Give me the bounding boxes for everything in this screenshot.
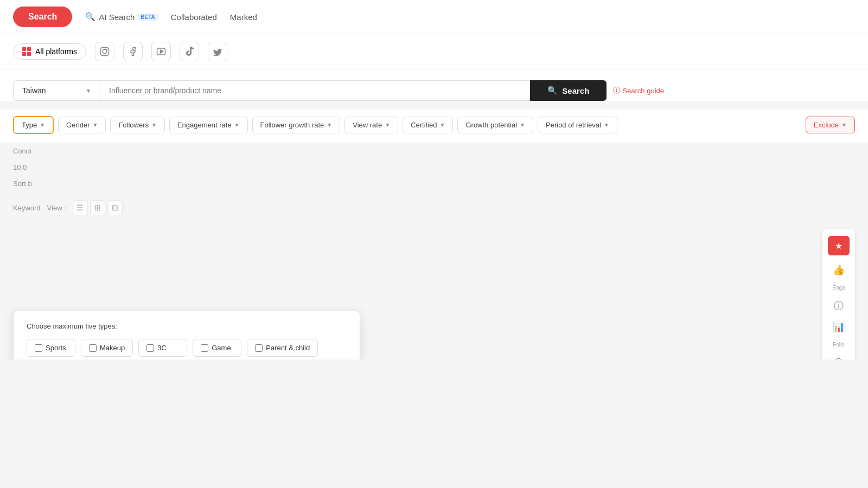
type-checkbox-3c[interactable] [146, 344, 154, 352]
chevron-down-icon: ▼ [604, 122, 609, 128]
chevron-down-icon: ▼ [86, 88, 91, 94]
facebook-icon[interactable] [123, 42, 143, 61]
youtube-icon[interactable] [151, 42, 171, 61]
svg-rect-0 [101, 48, 109, 56]
period-of-retrieval-filter-button[interactable]: Period of retrieval ▼ [538, 117, 617, 133]
beta-badge: BETA [138, 14, 157, 21]
chevron-down-icon: ▼ [327, 122, 332, 128]
svg-point-1 [103, 49, 107, 54]
right-action-card: ★ 👍 Enga ⓘ 📊 Follo 👁 View [822, 229, 855, 359]
search-guide-label: Search guide [622, 87, 664, 95]
view-rate-filter-label: View rate [353, 121, 382, 129]
growth-potential-filter-label: Growth potential [465, 121, 517, 129]
search-button[interactable]: 🔍 Search [530, 80, 607, 101]
view-controls: ☰ ⊞ ⊟ [73, 200, 123, 215]
chevron-down-icon: ▼ [385, 122, 390, 128]
chevron-down-icon: ▼ [841, 122, 847, 128]
period-of-retrieval-filter-label: Period of retrieval [546, 121, 601, 129]
followers-label: Follo [833, 342, 845, 348]
follower-growth-rate-filter-label: Follower growth rate [260, 121, 324, 129]
exclude-filter-label: Exclude [814, 121, 839, 129]
follower-growth-rate-filter-button[interactable]: Follower growth rate ▼ [252, 117, 341, 133]
followers-filter-label: Followers [118, 121, 149, 129]
certified-filter-label: Certified [411, 121, 437, 129]
view-label: View : [47, 204, 66, 212]
chevron-down-icon: ▼ [92, 122, 98, 128]
count-label: 10,0 [13, 163, 27, 171]
conditions-label: Condi [13, 147, 31, 155]
search-input[interactable] [100, 80, 530, 101]
gender-filter-label: Gender [66, 121, 90, 129]
filter-row: Type ▼ Gender ▼ Followers ▼ Engagement r… [0, 110, 868, 143]
tiktok-icon[interactable] [180, 42, 199, 61]
type-checkbox-game[interactable] [201, 344, 208, 352]
top-nav: Search 🔍 AI Search BETA Collaborated Mar… [0, 0, 868, 34]
svg-point-2 [106, 49, 107, 50]
type-chip-game[interactable]: Game [193, 339, 241, 357]
grid-view-button[interactable]: ⊞ [90, 200, 105, 215]
svg-marker-4 [161, 50, 163, 53]
eye-icon[interactable]: 👁 [834, 356, 844, 359]
chevron-down-icon: ▼ [520, 122, 525, 128]
growth-potential-filter-button[interactable]: Growth potential ▼ [457, 117, 533, 133]
type-filter-label: Type [22, 121, 37, 129]
engagement-label: Enga [832, 285, 845, 291]
search-icon: 🔍 [547, 86, 558, 95]
ai-search-icon: 🔍 [85, 12, 95, 22]
type-chip-3c[interactable]: 3C [138, 339, 187, 357]
type-checkbox-sports[interactable] [35, 344, 42, 352]
main-content: Choose maximum five types: Sports Makeup… [0, 143, 868, 359]
chevron-down-icon: ▼ [440, 122, 445, 128]
list-view-button[interactable]: ☰ [73, 200, 88, 215]
twitter-icon[interactable] [208, 42, 227, 61]
search-button-label: Search [562, 86, 589, 95]
followers-filter-button[interactable]: Followers ▼ [110, 117, 165, 133]
results-area: Condi 10,0 Sort b Keyword View : ☰ ⊞ ⊟ [13, 143, 855, 215]
chevron-down-icon: ▼ [151, 122, 157, 128]
instagram-icon[interactable] [95, 42, 114, 61]
keyword-label: Keyword [13, 204, 41, 212]
ai-search-label: AI Search [99, 12, 135, 22]
gender-filter-button[interactable]: Gender ▼ [58, 117, 106, 133]
platform-bar: All platforms [0, 34, 868, 69]
type-chip-parent-child[interactable]: Parent & child [247, 339, 318, 357]
ai-search-link[interactable]: 🔍 AI Search BETA [85, 12, 157, 22]
type-checkbox-makeup[interactable] [89, 344, 97, 352]
sort-label: Sort b [13, 179, 32, 188]
chevron-down-icon: ▼ [234, 122, 240, 128]
exclude-filter-button[interactable]: Exclude ▼ [806, 117, 855, 133]
star-button[interactable]: ★ [828, 236, 850, 255]
dropdown-title: Choose maximum five types: [27, 322, 347, 330]
engagement-rate-filter-label: Engagement rate [177, 121, 232, 129]
chevron-down-icon: ▼ [40, 122, 45, 128]
type-chip-makeup[interactable]: Makeup [81, 339, 133, 357]
type-checkbox-parent-child[interactable] [255, 344, 263, 352]
table-view-button[interactable]: ⊟ [107, 200, 123, 215]
type-dropdown-panel: Choose maximum five types: Sports Makeup… [13, 311, 360, 359]
search-guide-link[interactable]: ⓘ Search guide [613, 80, 664, 101]
info-circle-icon[interactable]: ⓘ [834, 299, 844, 312]
certified-filter-button[interactable]: Certified ▼ [403, 117, 453, 133]
grid-icon [22, 47, 31, 56]
search-row: Taiwan ▼ 🔍 Search ⓘ Search guide [13, 80, 664, 101]
engagement-rate-filter-button[interactable]: Engagement rate ▼ [169, 117, 248, 133]
search-nav-button[interactable]: Search [13, 7, 72, 27]
collaborated-link[interactable]: Collaborated [171, 12, 217, 22]
marked-link[interactable]: Marked [230, 12, 257, 22]
country-select[interactable]: Taiwan ▼ [13, 80, 100, 101]
thumbs-up-icon[interactable]: 👍 [833, 264, 845, 276]
type-filter-button[interactable]: Type ▼ [13, 116, 54, 134]
view-rate-filter-button[interactable]: View rate ▼ [344, 117, 398, 133]
info-icon: ⓘ [613, 86, 620, 95]
search-area: Taiwan ▼ 🔍 Search ⓘ Search guide [0, 69, 868, 101]
type-grid-row1: Sports Makeup 3C Game Parent & child [27, 339, 347, 357]
country-value: Taiwan [22, 86, 46, 95]
all-platforms-label: All platforms [35, 47, 77, 56]
type-chip-sports[interactable]: Sports [27, 339, 75, 357]
bar-chart-icon[interactable]: 📊 [833, 321, 845, 333]
all-platforms-button[interactable]: All platforms [13, 43, 86, 60]
